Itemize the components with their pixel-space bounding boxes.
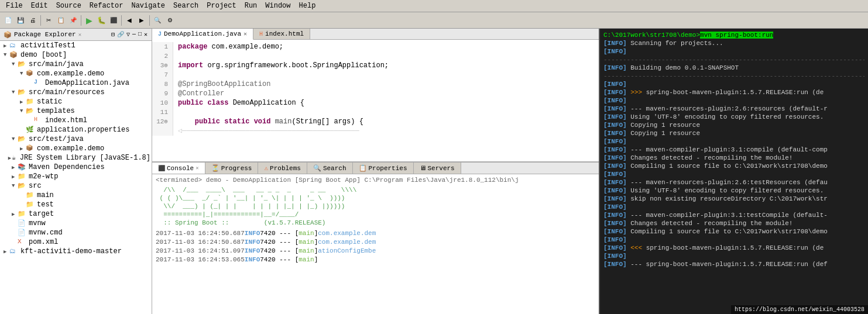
tree-item-pom-xml[interactable]: X pom.xml [0,237,152,247]
toolbar-forward[interactable]: ▶ [136,15,147,26]
arrow-maven-deps: ▶ [12,164,18,171]
toolbar-print[interactable]: 🖨 [27,15,39,26]
tab-index-html[interactable]: H index.html [253,29,310,39]
progress-icon: ⏳ [211,164,219,172]
menu-navigate[interactable]: Navigate [128,1,169,11]
tree-item-static[interactable]: ▶ 📁 static [0,97,152,106]
tree-item-mvnw-cmd[interactable]: 📄 mvnw.cmd [0,228,152,237]
arrow-templates: ▼ [20,108,26,114]
tree-label-DemoApplication: DemoApplication.java [45,79,129,87]
toolbar-run[interactable]: ▶ [83,15,95,26]
editor-content[interactable]: 1 package com.example.demo; 2 3⊕ import … [152,40,599,161]
html-icon-index: H [34,116,43,125]
tab-progress[interactable]: ⏳ Progress [205,163,259,174]
menu-file[interactable]: File [2,1,26,11]
tree-item-kft-activiti[interactable]: ▶ 🗂 kft-activiti-demo-master [0,247,152,256]
watermark: https://blog.csdn.net/weixin_44003528 [731,305,868,314]
tree-item-test[interactable]: 📁 test [0,200,152,209]
term-line-resources: [INFO] --- maven-resources-plugin:2.6:re… [603,105,864,113]
term-line-skip: [INFO] skip non existing resourceDirecto… [603,195,864,203]
arrow-kft: ▶ [4,249,9,255]
maximize-icon[interactable]: □ [138,30,142,39]
minimize-icon[interactable]: — [132,30,136,39]
toolbar-copy[interactable]: 📋 [55,15,67,26]
tab-search[interactable]: 🔍 Search [307,163,353,174]
toolbar-search[interactable]: 🔍 [152,15,163,26]
tab-problems[interactable]: ⚠ Problems [258,163,307,174]
project-icon-activiti: 🗂 [9,42,19,50]
tree-item-jre[interactable]: ▶ ☕ JRE System Library [JavaSE-1.8] [0,153,152,163]
tree-item-index-html[interactable]: H index.html [0,116,152,125]
tree-item-application-properties[interactable]: 🌿 application.properties [0,125,152,134]
tab-close-DemoApplication[interactable]: ✕ [243,30,247,37]
term-line-arrow: [INFO] >>> spring-boot-maven-plugin:1.5.… [603,88,864,96]
menu-project[interactable]: Project [203,1,239,11]
panel-close-icon: ✕ [78,32,81,38]
tree-item-main[interactable]: 📁 main [0,191,152,200]
toolbar-cut[interactable]: ✂ [43,15,54,26]
properties-icon: 📋 [359,164,367,172]
tree-item-DemoApplication[interactable]: J DemoApplication.java [0,78,152,88]
tab-properties[interactable]: 📋 Properties [353,163,414,174]
terminal-content[interactable]: C:\2017work\str1708\demo>mvn spring-boot… [600,29,868,314]
term-line-blank3: [INFO] [603,96,864,105]
tab-DemoApplication[interactable]: J DemoApplication.java ✕ [152,29,253,40]
menu-source[interactable]: Source [53,1,85,11]
menu-refactor[interactable]: Refactor [86,1,127,11]
tree-item-m2e-wtp[interactable]: ▶ 📁 m2e-wtp [0,172,152,181]
bottom-tabs: ⬛ Console ✕ ⏳ Progress ⚠ Problems 🔍 Sear… [152,162,599,174]
tab-console[interactable]: ⬛ Console ✕ [152,163,205,174]
console-area[interactable]: <terminated> demo - DemoApplication [Spr… [152,174,599,314]
tab-servers[interactable]: 🖥 Servers [414,163,461,174]
tree-label-maven-deps: Maven Dependencies [29,163,105,171]
toolbar-stop[interactable]: ⬛ [108,15,119,26]
tree-label-pom-xml: pom.xml [29,238,58,246]
toolbar-debug[interactable]: 🐛 [95,15,107,26]
toolbar-back[interactable]: ◀ [123,15,135,26]
xml-icon-pom: X [18,238,27,246]
tree-label-static: static [37,98,62,106]
problems-icon: ⚠ [264,164,268,172]
term-line-test-resources: [INFO] --- maven-resources-plugin:2.6:te… [603,178,864,187]
menu-help[interactable]: Help [296,1,320,11]
term-line-compiling: [INFO] Compiling 1 source file to C:\201… [603,162,864,170]
term-line-compiling2: [INFO] Compiling 1 source file to C:\201… [603,227,864,236]
tree-item-src-main-java[interactable]: ▼ 📂 src/main/java [0,60,152,69]
menu-run[interactable]: Run [241,1,261,11]
toolbar-paste[interactable]: 📌 [67,15,79,26]
tree-item-src-test-java[interactable]: ▼ 📂 src/test/java [0,134,152,144]
tree-item-target[interactable]: ▶ 📁 target [0,209,152,219]
tree-item-src-main-resources[interactable]: ▼ 📂 src/main/resources [0,88,152,97]
term-line-building: [INFO] Building demo 0.0.1-SNAPSHOT [603,64,864,72]
toolbar-new[interactable]: 📄 [2,15,14,26]
tab-label-index-html: index.html [265,30,304,37]
code-line-10: 10 public class DemoApplication { [152,98,599,108]
tree-item-com-example-demo-test[interactable]: ▶ 📦 com.example.demo [0,144,152,153]
menu-search[interactable]: Search [170,1,202,11]
file-icon-mvnw-cmd: 📄 [18,229,27,237]
tree-item-src[interactable]: ▼ 📂 src [0,181,152,191]
tree-item-activitiTest1[interactable]: ▶ 🗂 activitiTest1 [0,41,152,50]
toolbar-settings[interactable]: ⚙ [164,15,176,26]
arrow-com-example-demo: ▼ [20,71,26,77]
panel-header-left: 📦 Package Explorer ✕ [4,31,81,39]
toolbar-save[interactable]: 💾 [15,15,26,26]
left-panel: 📦 Package Explorer ✕ ⊟ 🔗 ▽ — □ ✕ ▶ 🗂 act… [0,29,152,314]
project-tree[interactable]: ▶ 🗂 activitiTest1 ▼ 📦 demo [boot] ▼ 📂 sr… [0,41,152,314]
tree-label-activiti: activitiTest1 [20,42,76,50]
menu-edit[interactable]: Edit [28,1,52,11]
folder-icon-src-main-java: 📂 [18,60,27,68]
tree-item-demo[interactable]: ▼ 📦 demo [boot] [0,50,152,60]
tree-item-mvnw[interactable]: 📄 mvnw [0,219,152,228]
tree-item-templates[interactable]: ▼ 📂 templates [0,106,152,116]
tree-item-com-example-demo[interactable]: ▼ 📦 com.example.demo [0,69,152,78]
menu-window[interactable]: Window [262,1,294,11]
tree-label-src-test-java: src/test/java [29,135,84,143]
close-view-icon[interactable]: ✕ [143,30,148,39]
term-line-test-compile: [INFO] --- maven-compiler-plugin:3.1:tes… [603,211,864,219]
link-editor-icon[interactable]: 🔗 [116,30,125,39]
code-line-2: 2 [152,51,599,61]
view-menu-icon[interactable]: ▽ [126,30,131,39]
collapse-all-icon[interactable]: ⊟ [111,30,115,39]
tree-item-maven-deps[interactable]: ▶ 📚 Maven Dependencies [0,163,152,172]
